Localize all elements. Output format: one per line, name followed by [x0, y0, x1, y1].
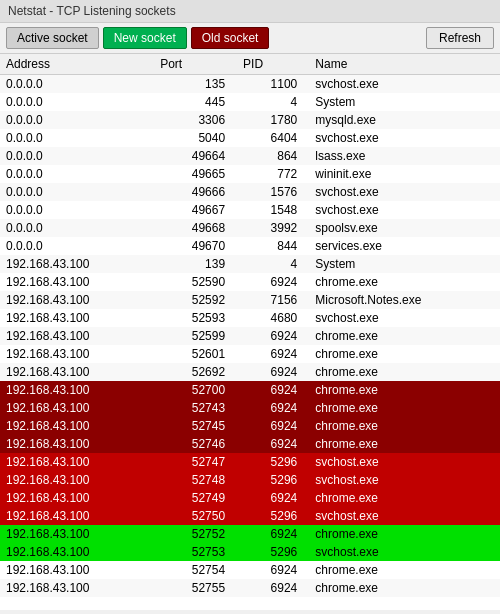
table-row: 192.168.43.100527505296svchost.exe: [0, 507, 500, 525]
table-row: 192.168.43.100526926924chrome.exe: [0, 363, 500, 381]
table-row: 0.0.0.050406404svchost.exe: [0, 129, 500, 147]
table-row: 0.0.0.0496683992spoolsv.exe: [0, 219, 500, 237]
toolbar: Active socket New socket Old socket Refr…: [0, 23, 500, 54]
table-row: 192.168.43.100525996924chrome.exe: [0, 327, 500, 345]
table-row: 192.168.43.100527456924chrome.exe: [0, 417, 500, 435]
table-row: 192.168.43.100527546924chrome.exe: [0, 561, 500, 579]
table-row: 0.0.0.0496661576svchost.exe: [0, 183, 500, 201]
tab-old-socket[interactable]: Old socket: [191, 27, 270, 49]
table-row: 192.168.43.1001394System: [0, 255, 500, 273]
table-row: 192.168.43.100527496924chrome.exe: [0, 489, 500, 507]
col-name: Name: [309, 54, 500, 75]
table-row: 192.168.43.100527556924chrome.exe: [0, 579, 500, 597]
table-row: 192.168.43.100526016924chrome.exe: [0, 345, 500, 363]
title-bar: Netstat - TCP Listening sockets: [0, 0, 500, 23]
col-address: Address: [0, 54, 154, 75]
table-row: 192.168.43.100527535296svchost.exe: [0, 543, 500, 561]
col-port: Port: [154, 54, 237, 75]
table-container: Address Port PID Name 0.0.0.01351100svch…: [0, 54, 500, 610]
table-row: 0.0.0.01351100svchost.exe: [0, 75, 500, 94]
table-row: 192.168.43.100525927156Microsoft.Notes.e…: [0, 291, 500, 309]
table-header-row: Address Port PID Name: [0, 54, 500, 75]
sockets-table: Address Port PID Name 0.0.0.01351100svch…: [0, 54, 500, 597]
table-row: 192.168.43.100527475296svchost.exe: [0, 453, 500, 471]
tab-active-socket[interactable]: Active socket: [6, 27, 99, 49]
refresh-button[interactable]: Refresh: [426, 27, 494, 49]
table-row: 0.0.0.033061780mysqld.exe: [0, 111, 500, 129]
table-row: 192.168.43.100525934680svchost.exe: [0, 309, 500, 327]
table-row: 192.168.43.100527436924chrome.exe: [0, 399, 500, 417]
table-row: 192.168.43.100527466924chrome.exe: [0, 435, 500, 453]
table-row: 0.0.0.049665772wininit.exe: [0, 165, 500, 183]
table-row: 0.0.0.049670844services.exe: [0, 237, 500, 255]
table-row: 192.168.43.100527526924chrome.exe: [0, 525, 500, 543]
table-row: 192.168.43.100525906924chrome.exe: [0, 273, 500, 291]
table-row: 192.168.43.100527006924chrome.exe: [0, 381, 500, 399]
window-title: Netstat - TCP Listening sockets: [8, 4, 176, 18]
col-pid: PID: [237, 54, 309, 75]
table-row: 0.0.0.04454System: [0, 93, 500, 111]
table-row: 192.168.43.100527485296svchost.exe: [0, 471, 500, 489]
table-row: 0.0.0.049664864lsass.exe: [0, 147, 500, 165]
table-row: 0.0.0.0496671548svchost.exe: [0, 201, 500, 219]
tab-new-socket[interactable]: New socket: [103, 27, 187, 49]
